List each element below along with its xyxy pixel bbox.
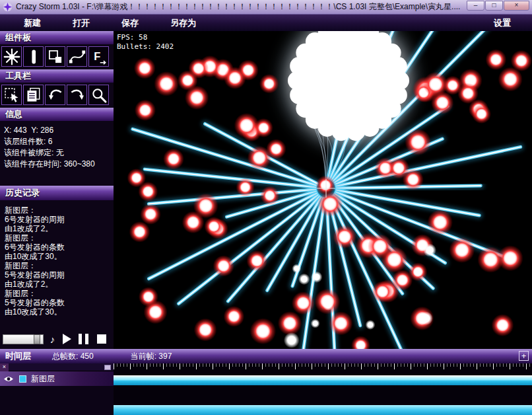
zoom-tool-button[interactable] xyxy=(88,85,109,105)
play-button[interactable] xyxy=(63,334,71,344)
history-entry: 由1改成了2。 xyxy=(5,280,109,289)
zoom-icon xyxy=(90,87,108,104)
history-entry: 由10改成了30。 xyxy=(5,307,109,317)
playback-controls: ♪ xyxy=(3,332,106,346)
pause-button[interactable] xyxy=(79,334,88,344)
info-line: 该组件被绑定: 无 xyxy=(4,147,110,159)
info-panel: X: 443 Y: 286 该层组件数: 6 该组件被绑定: 无 该组件存在时间… xyxy=(0,121,114,172)
history-entry: 新图层： xyxy=(5,233,109,243)
rect-button[interactable] xyxy=(45,46,65,67)
history-entry: 6号发射器的周期 xyxy=(5,215,109,224)
emitter-button[interactable] xyxy=(1,46,22,67)
emitter-icon xyxy=(3,48,20,65)
history-entry: 5号发射器的条数 xyxy=(5,298,109,307)
total-frames-label: 总帧数: 450 xyxy=(52,351,94,362)
current-frame-label: 当前帧: 397 xyxy=(131,351,172,362)
timeline-track-area xyxy=(114,363,532,415)
curve-icon xyxy=(69,48,86,65)
laser-icon xyxy=(25,48,42,65)
layer-row[interactable]: 新图层 xyxy=(0,371,114,386)
menu-save[interactable]: 保存 xyxy=(106,15,154,31)
menu-new[interactable]: 新建 xyxy=(8,15,57,31)
timeline-close-button[interactable]: × xyxy=(0,363,9,371)
window-title: Crazy Storm 1.03I - F:\弹幕游戏！！！！！！！！！！！！！… xyxy=(16,1,463,13)
speed-slider-handle[interactable] xyxy=(34,334,40,344)
speed-slider[interactable] xyxy=(3,334,44,344)
history-entry: 新图层： xyxy=(5,289,109,298)
select-icon xyxy=(3,87,20,104)
bullet-pattern xyxy=(114,31,532,349)
redo-icon xyxy=(69,87,86,104)
undo-button[interactable] xyxy=(45,85,65,105)
fps-counter: FPS: 58 xyxy=(117,33,147,42)
layer-duration-bar[interactable] xyxy=(114,375,532,385)
timeline-body: × 新图层 xyxy=(0,363,532,415)
menubar: 新建 打开 保存 另存为 设置 xyxy=(0,15,532,31)
info-line: 该层组件数: 6 xyxy=(4,136,110,147)
history-entry: 新图层： xyxy=(5,261,109,270)
timeline-scrollbar[interactable] xyxy=(114,405,532,415)
menu-settings[interactable]: 设置 xyxy=(491,15,514,31)
component-icon-row: F xyxy=(0,44,114,69)
info-line: X: 443 Y: 286 xyxy=(4,125,110,136)
tool-panel-header: 工具栏 xyxy=(0,69,114,83)
maximize-button[interactable]: □ xyxy=(485,1,503,11)
note-icon[interactable]: ♪ xyxy=(48,334,57,345)
menu-open[interactable]: 打开 xyxy=(57,15,106,31)
redo-button[interactable] xyxy=(67,85,87,105)
minimize-button[interactable]: – xyxy=(467,1,484,11)
curve-button[interactable] xyxy=(67,46,87,67)
timeline-ruler[interactable] xyxy=(114,363,532,370)
timeline-header: 时间层 总帧数: 450 当前帧: 397 + xyxy=(0,349,532,363)
add-layer-button[interactable]: + xyxy=(519,351,529,361)
force-field-button[interactable]: F xyxy=(88,46,109,67)
layer-name: 新图层 xyxy=(31,373,55,385)
crazystorm-window: Crazy Storm 1.03I - F:\弹幕游戏！！！！！！！！！！！！！… xyxy=(0,0,532,415)
history-entry: 5号发射器的周期 xyxy=(5,270,109,280)
timeline-title: 时间层 xyxy=(5,350,31,362)
component-panel-header: 组件板 xyxy=(0,31,114,44)
tool-icon-row xyxy=(0,83,114,108)
history-panel-header: 历史记录 xyxy=(0,186,114,200)
history-entry: 由10改成了30。 xyxy=(5,252,109,261)
history-entry: 新图层： xyxy=(5,206,109,215)
info-line: 该组件存在时间: 360~380 xyxy=(4,159,110,170)
copy-icon xyxy=(25,87,42,104)
laser-button[interactable] xyxy=(23,46,44,67)
app-icon xyxy=(3,2,13,12)
force-field-icon: F xyxy=(90,48,108,65)
preview-canvas[interactable]: FPS: 58 Bullets: 2402 xyxy=(114,31,532,349)
eye-icon xyxy=(3,375,14,383)
svg-text:F: F xyxy=(94,50,100,62)
copy-button[interactable] xyxy=(23,85,44,105)
close-button[interactable]: × xyxy=(504,1,529,11)
select-button[interactable] xyxy=(1,85,22,105)
titlebar[interactable]: Crazy Storm 1.03I - F:\弹幕游戏！！！！！！！！！！！！！… xyxy=(0,0,532,15)
layer-track xyxy=(114,373,532,386)
stop-button[interactable] xyxy=(97,334,106,344)
layer-visibility-toggle[interactable] xyxy=(3,375,14,383)
info-panel-header: 信息 xyxy=(0,108,114,121)
layer-list-scrollbar[interactable]: × xyxy=(0,363,114,371)
layer-color-swatch[interactable] xyxy=(19,375,26,383)
rect-icon xyxy=(47,48,64,65)
sidebar: 组件板 xyxy=(0,31,114,349)
history-panel: 新图层： 6号发射器的周期 由1改成了2。 新图层： 6号发射器的条数 由10改… xyxy=(0,200,114,322)
layer-list-scroll-thumb[interactable] xyxy=(104,365,111,370)
bullet-counter: Bullets: 2402 xyxy=(117,42,174,51)
history-entry: 由1改成了2。 xyxy=(5,224,109,233)
layer-list: × 新图层 xyxy=(0,363,114,415)
undo-icon xyxy=(47,87,64,104)
window-controls: – □ × xyxy=(467,1,529,11)
menu-save-as[interactable]: 另存为 xyxy=(154,15,212,31)
history-entry: 6号发射器的条数 xyxy=(5,243,109,252)
